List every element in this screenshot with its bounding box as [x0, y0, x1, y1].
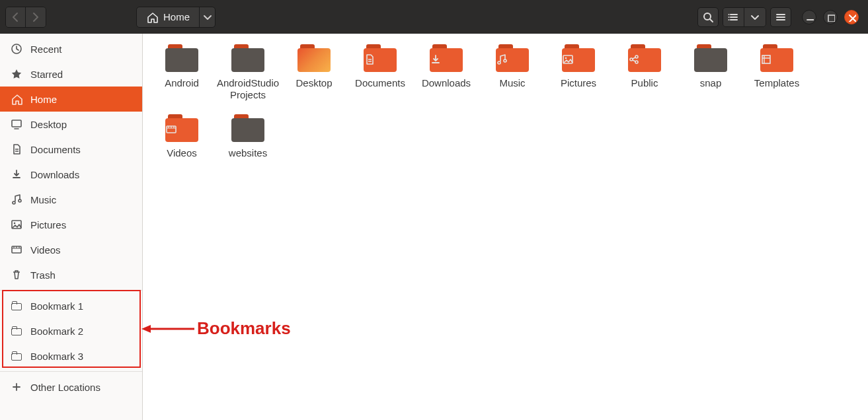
- view-options-button[interactable]: [744, 8, 766, 26]
- sidebar-item-music[interactable]: Music: [0, 187, 142, 212]
- template-icon: [760, 53, 793, 65]
- folder-label: Templates: [754, 77, 799, 89]
- list-view-button[interactable]: [723, 8, 744, 26]
- folder-item[interactable]: Desktop: [282, 44, 346, 101]
- folder-icon: [11, 350, 22, 362]
- video-icon: [165, 123, 198, 135]
- folder-item[interactable]: websites: [216, 114, 280, 159]
- sidebar-item-pictures[interactable]: Pictures: [0, 212, 142, 237]
- sidebar-separator: [0, 371, 142, 372]
- folder-icon: [231, 114, 264, 142]
- doc-icon: [364, 53, 397, 65]
- folder-item[interactable]: Android: [149, 44, 214, 101]
- video-icon: [11, 244, 22, 256]
- view-mode-group: [723, 7, 766, 27]
- minimize-button[interactable]: [802, 10, 816, 24]
- picture-icon: [562, 53, 595, 65]
- sidebar-item-label: Desktop: [30, 119, 67, 130]
- sidebar-item-recent[interactable]: Recent: [0, 36, 142, 61]
- download-icon: [11, 168, 22, 180]
- plus-icon: [11, 381, 22, 393]
- sidebar-item-label: Downloads: [30, 169, 79, 180]
- sidebar-item-label: Documents: [30, 144, 81, 155]
- folder-icon: [297, 44, 331, 72]
- close-button[interactable]: [844, 10, 859, 24]
- folder-icon: [11, 300, 22, 312]
- folder-item[interactable]: snap: [678, 44, 743, 101]
- folder-label: Documents: [355, 77, 405, 89]
- folder-icon: [430, 44, 463, 72]
- sidebar-item-label: Bookmark 1: [30, 300, 83, 312]
- sidebar-item-label: Pictures: [30, 219, 66, 230]
- sidebar-item-documents[interactable]: Documents: [0, 137, 142, 162]
- path-label: Home: [163, 11, 190, 22]
- file-grid: AndroidAndroidStudioProjectsDesktopDocum…: [143, 34, 868, 420]
- music-icon: [11, 193, 22, 205]
- search-button[interactable]: [697, 7, 719, 27]
- music-icon: [496, 53, 529, 65]
- sidebar-item-label: Starred: [30, 69, 63, 80]
- folder-icon: [628, 44, 661, 72]
- sidebar-item-label: Recent: [30, 44, 62, 55]
- sidebar-item-label: Bookmark 2: [30, 326, 83, 337]
- sidebar-item-label: Videos: [30, 244, 61, 256]
- folder-icon: [165, 114, 198, 142]
- folder-item[interactable]: Videos: [149, 114, 214, 159]
- window-controls: [802, 10, 859, 24]
- folder-item[interactable]: Downloads: [414, 44, 479, 101]
- sidebar-item-label: Home: [30, 94, 57, 105]
- sidebar-item-trash[interactable]: Trash: [0, 262, 142, 287]
- sidebar-item-label: Music: [30, 194, 56, 205]
- back-button[interactable]: [6, 7, 26, 27]
- sidebar-item-label: Trash: [30, 269, 56, 281]
- folder-item[interactable]: Templates: [744, 44, 809, 101]
- trash-icon: [11, 269, 22, 281]
- sidebar: RecentStarredHomeDesktopDocumentsDownloa…: [0, 34, 143, 420]
- sidebar-item-downloads[interactable]: Downloads: [0, 162, 142, 187]
- maximize-button[interactable]: [823, 10, 838, 24]
- titlebar: Home: [0, 0, 868, 34]
- sidebar-item-label: Bookmark 3: [30, 351, 83, 362]
- folder-label: Desktop: [296, 77, 332, 89]
- sidebar-item-starred[interactable]: Starred: [0, 61, 142, 87]
- sidebar-item-videos[interactable]: Videos: [0, 237, 142, 262]
- folder-item[interactable]: Pictures: [546, 44, 611, 101]
- download-icon: [430, 53, 463, 65]
- path-segment-home[interactable]: Home: [137, 7, 199, 27]
- sidebar-separator: [0, 290, 142, 291]
- folder-icon: [694, 44, 727, 72]
- folder-label: Public: [631, 77, 658, 89]
- folder-label: AndroidStudioProjects: [216, 77, 280, 101]
- sidebar-bookmark[interactable]: Bookmark 3: [0, 343, 142, 368]
- folder-icon: [11, 325, 22, 337]
- folder-item[interactable]: Music: [480, 44, 545, 101]
- folder-icon: [165, 44, 198, 72]
- clock-icon: [11, 43, 22, 55]
- folder-label: Music: [499, 77, 525, 89]
- desktop-icon: [11, 118, 22, 130]
- folder-item[interactable]: Public: [612, 44, 677, 101]
- hamburger-menu-button[interactable]: [770, 7, 791, 27]
- share-icon: [628, 53, 661, 65]
- folder-item[interactable]: Documents: [348, 44, 413, 101]
- folder-icon: [364, 44, 397, 72]
- sidebar-item-other-locations[interactable]: Other Locations: [0, 374, 142, 400]
- star-icon: [11, 68, 22, 80]
- sidebar-item-home[interactable]: Home: [0, 87, 142, 112]
- folder-icon: [231, 44, 264, 72]
- folder-label: Videos: [167, 147, 197, 159]
- folder-icon: [760, 44, 793, 72]
- sidebar-item-desktop[interactable]: Desktop: [0, 112, 142, 137]
- folder-label: Android: [165, 77, 199, 89]
- home-icon: [146, 11, 158, 23]
- path-bar[interactable]: Home: [136, 7, 216, 28]
- forward-button[interactable]: [26, 7, 46, 27]
- sidebar-bookmark[interactable]: Bookmark 1: [0, 293, 142, 318]
- folder-label: Downloads: [422, 77, 471, 89]
- picture-icon: [11, 219, 22, 230]
- folder-item[interactable]: AndroidStudioProjects: [216, 44, 280, 101]
- sidebar-bookmark[interactable]: Bookmark 2: [0, 318, 142, 343]
- sidebar-item-label: Other Locations: [30, 382, 100, 393]
- folder-icon: [562, 44, 595, 72]
- path-dropdown-button[interactable]: [199, 7, 215, 27]
